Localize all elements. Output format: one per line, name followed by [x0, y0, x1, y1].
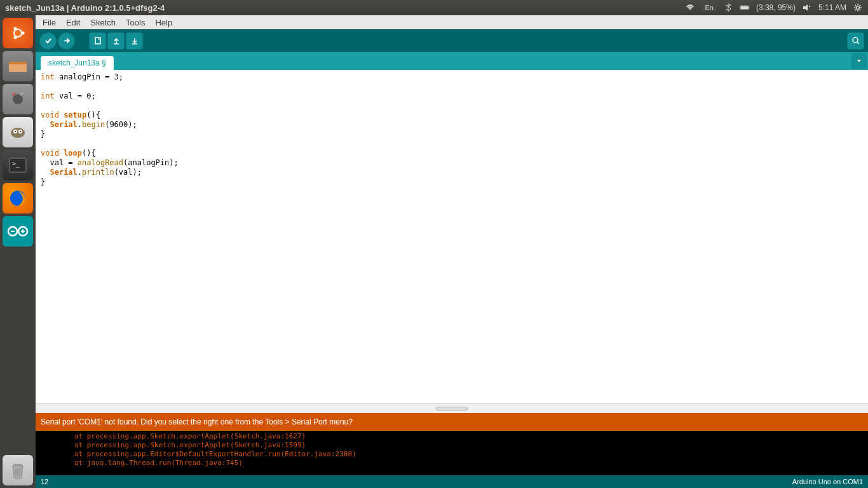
svg-point-16 — [20, 131, 21, 132]
upload-button[interactable] — [58, 32, 75, 50]
svg-rect-25 — [13, 464, 22, 466]
svg-rect-9 — [9, 64, 27, 72]
launcher-ubuntu[interactable] — [3, 18, 33, 48]
svg-line-33 — [857, 42, 859, 44]
wifi-icon[interactable] — [685, 3, 695, 13]
launcher-terminal[interactable]: >_ — [3, 150, 33, 180]
svg-point-5 — [22, 32, 25, 35]
launcher-files[interactable] — [3, 51, 33, 81]
verify-button[interactable] — [39, 32, 57, 50]
editor-resize-bar[interactable] — [36, 403, 868, 413]
system-topbar: sketch_Jun13a | Arduino 2:1.0.5+dfsg2-4 … — [0, 0, 868, 15]
launcher-arduino[interactable] — [3, 216, 33, 247]
line-number: 12 — [41, 478, 48, 485]
bluetooth-icon[interactable] — [723, 3, 733, 13]
battery-text: (3:38, 95%) — [756, 3, 796, 12]
new-button[interactable] — [89, 32, 106, 50]
svg-point-6 — [14, 27, 17, 30]
status-error-text: Serial port 'COM1' not found. Did you se… — [41, 417, 353, 426]
resize-handle-icon — [436, 407, 468, 410]
launcher-settings[interactable] — [3, 84, 33, 114]
launcher-firefox[interactable] — [3, 183, 33, 214]
open-button[interactable] — [107, 32, 125, 50]
status-bar: Serial port 'COM1' not found. Did you se… — [36, 413, 868, 431]
svg-point-32 — [853, 37, 858, 43]
menu-tools[interactable]: Tools — [121, 17, 149, 29]
gear-icon[interactable] — [853, 3, 863, 13]
tab-menu-button[interactable] — [851, 53, 867, 69]
svg-rect-1 — [749, 7, 749, 9]
svg-point-4 — [14, 29, 22, 37]
bottom-status-bar: 12 Arduino Uno on COM1 — [36, 475, 868, 488]
svg-point-3 — [857, 6, 860, 10]
menu-edit[interactable]: Edit — [62, 17, 85, 29]
menu-sketch[interactable]: Sketch — [86, 17, 120, 29]
svg-text:>_: >_ — [12, 160, 20, 168]
volume-icon[interactable] — [802, 3, 812, 13]
svg-rect-2 — [740, 6, 748, 9]
menu-file[interactable]: File — [38, 17, 60, 29]
svg-point-7 — [14, 36, 17, 39]
unity-launcher: >_ — [0, 15, 36, 488]
menubar: File Edit Sketch Tools Help — [36, 15, 868, 29]
clock-text: 5:11 AM — [818, 3, 846, 12]
serial-monitor-button[interactable] — [847, 32, 864, 50]
toolbar — [36, 29, 868, 52]
tabbar: sketch_Jun13a § — [36, 52, 868, 70]
svg-rect-8 — [9, 62, 27, 64]
language-indicator[interactable]: En — [702, 4, 716, 11]
sketch-tab[interactable]: sketch_Jun13a § — [41, 56, 114, 70]
save-button[interactable] — [126, 32, 143, 50]
svg-rect-29 — [95, 37, 100, 44]
svg-point-12 — [11, 128, 25, 138]
battery-icon[interactable] — [740, 3, 750, 13]
svg-point-15 — [15, 131, 16, 132]
board-info: Arduino Uno on COM1 — [792, 478, 863, 485]
console-output[interactable]: at processing.app.Sketch.exportApplet(Sk… — [36, 431, 868, 475]
launcher-trash[interactable] — [3, 455, 33, 485]
launcher-gimp[interactable] — [3, 117, 33, 147]
arduino-window: File Edit Sketch Tools Help sketch_Jun13… — [36, 15, 868, 488]
menu-help[interactable]: Help — [151, 17, 177, 29]
window-title: sketch_Jun13a | Arduino 2:1.0.5+dfsg2-4 — [5, 3, 165, 13]
code-editor[interactable]: int analogPin = 3; int val = 0; void set… — [36, 70, 868, 403]
